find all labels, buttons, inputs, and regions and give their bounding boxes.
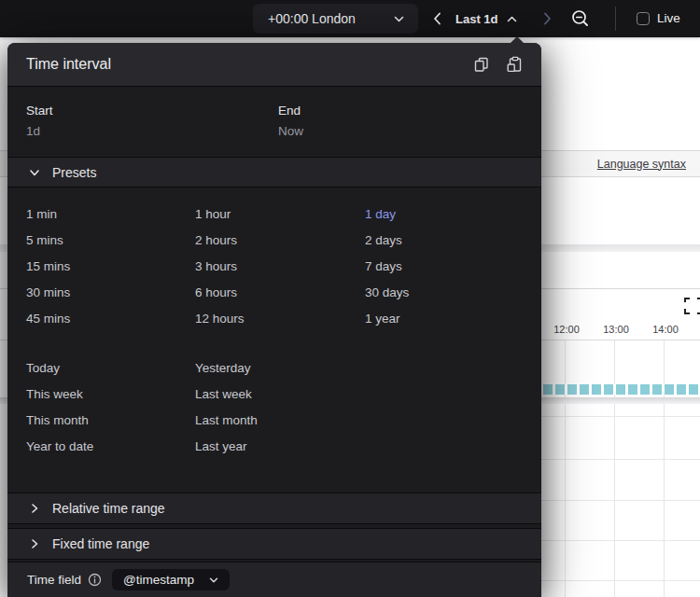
preset-item[interactable]: 1 hour: [195, 201, 365, 228]
copy-icon[interactable]: [473, 56, 490, 73]
screen: Language syntax 12:00 13:00 14:00: [0, 0, 700, 597]
preset-item[interactable]: Last year: [195, 434, 541, 460]
start-label: Start: [26, 104, 278, 118]
panel-title: Time interval: [26, 56, 473, 73]
histogram-bars[interactable]: [543, 384, 700, 395]
paste-icon[interactable]: [506, 56, 523, 73]
gridline-vertical: [565, 340, 566, 597]
time-field-bar: Time field @timestamp: [7, 562, 541, 597]
preset-item[interactable]: 30 mins: [26, 280, 195, 306]
preset-item[interactable]: 1 day: [365, 201, 541, 228]
info-icon[interactable]: [88, 573, 102, 587]
x-axis-tick: 13:00: [595, 324, 637, 335]
time-back-button[interactable]: [430, 11, 445, 26]
preset-item[interactable]: 1 year: [365, 306, 541, 332]
preset-item[interactable]: 12 hours: [195, 306, 365, 332]
time-field-value: @timestamp: [123, 573, 194, 587]
preset-duration-grid: 1 min 1 hour 1 day 5 mins 2 hours 2 days…: [26, 201, 541, 332]
chevron-up-icon: [506, 13, 518, 25]
selection-box-icon[interactable]: [684, 297, 700, 315]
gridline-horizontal: [541, 580, 700, 581]
preset-item[interactable]: Today: [26, 355, 195, 382]
chevron-down-icon: [28, 166, 41, 179]
x-axis-tick: 12:00: [546, 324, 587, 335]
time-forward-button[interactable]: [539, 11, 554, 26]
chevron-right-icon: [28, 502, 41, 515]
preset-item[interactable]: 2 days: [365, 228, 541, 254]
toolbar-divider: [615, 7, 616, 31]
preset-item[interactable]: 1 min: [26, 201, 195, 228]
gridline-horizontal: [541, 500, 700, 501]
preset-item[interactable]: This month: [26, 408, 195, 434]
time-field-dropdown[interactable]: @timestamp: [112, 569, 230, 590]
preset-item[interactable]: Last month: [195, 408, 541, 434]
end-field[interactable]: End Now: [278, 104, 303, 157]
gridline-horizontal: [541, 416, 700, 417]
preset-item[interactable]: 6 hours: [195, 280, 365, 306]
zoom-out-icon[interactable]: [570, 8, 591, 29]
gridline-vertical: [664, 340, 665, 597]
live-checkbox[interactable]: [637, 12, 650, 25]
relative-time-range-section[interactable]: Relative time range: [7, 493, 541, 524]
time-field-label: Time field: [27, 573, 81, 587]
time-interval-panel: Time interval Start 1d En: [7, 43, 541, 597]
gridline-vertical: [614, 340, 615, 597]
end-label: End: [278, 104, 303, 118]
preset-item[interactable]: 7 days: [365, 254, 541, 280]
gridline-horizontal: [541, 540, 700, 541]
start-field[interactable]: Start 1d: [26, 104, 278, 157]
language-syntax-link[interactable]: Language syntax: [597, 158, 686, 171]
preset-named-grid: Today Yesterday This week Last week This…: [26, 355, 541, 460]
timezone-dropdown[interactable]: +00:00 London: [253, 4, 418, 34]
preset-item[interactable]: 5 mins: [26, 228, 195, 254]
presets-section-header[interactable]: Presets: [7, 157, 541, 187]
gridline-horizontal: [541, 459, 700, 460]
start-end-section: Start 1d End Now: [7, 87, 541, 157]
chevron-right-icon: [28, 537, 41, 550]
chevron-down-icon: [393, 13, 405, 25]
chevron-down-icon: [208, 575, 219, 586]
preset-item[interactable]: 15 mins: [26, 254, 195, 280]
fixed-time-range-label: Fixed time range: [52, 536, 149, 551]
timezone-label: +00:00 London: [268, 11, 393, 26]
time-range-button[interactable]: Last 1d: [455, 0, 518, 37]
presets-content: 1 min 1 hour 1 day 5 mins 2 hours 2 days…: [7, 187, 541, 493]
popover-caret: [510, 36, 525, 44]
preset-item[interactable]: Last week: [195, 382, 541, 408]
top-toolbar: +00:00 London Last 1d: [0, 0, 700, 37]
panel-header: Time interval: [7, 43, 541, 87]
end-value: Now: [278, 124, 303, 138]
preset-item[interactable]: 3 hours: [195, 254, 365, 280]
relative-time-range-label: Relative time range: [52, 501, 165, 516]
preset-item[interactable]: Year to date: [26, 434, 195, 460]
preset-item[interactable]: Yesterday: [195, 355, 541, 382]
start-value: 1d: [26, 124, 278, 138]
preset-item[interactable]: 45 mins: [26, 306, 195, 332]
x-axis-tick: 14:00: [645, 324, 686, 335]
fixed-time-range-section[interactable]: Fixed time range: [7, 528, 541, 560]
time-range-label: Last 1d: [455, 12, 498, 26]
presets-header-label: Presets: [52, 165, 96, 180]
preset-item[interactable]: 2 hours: [195, 228, 365, 254]
live-label: Live: [657, 0, 680, 37]
preset-item[interactable]: This week: [26, 382, 195, 408]
preset-item[interactable]: 30 days: [365, 280, 541, 306]
